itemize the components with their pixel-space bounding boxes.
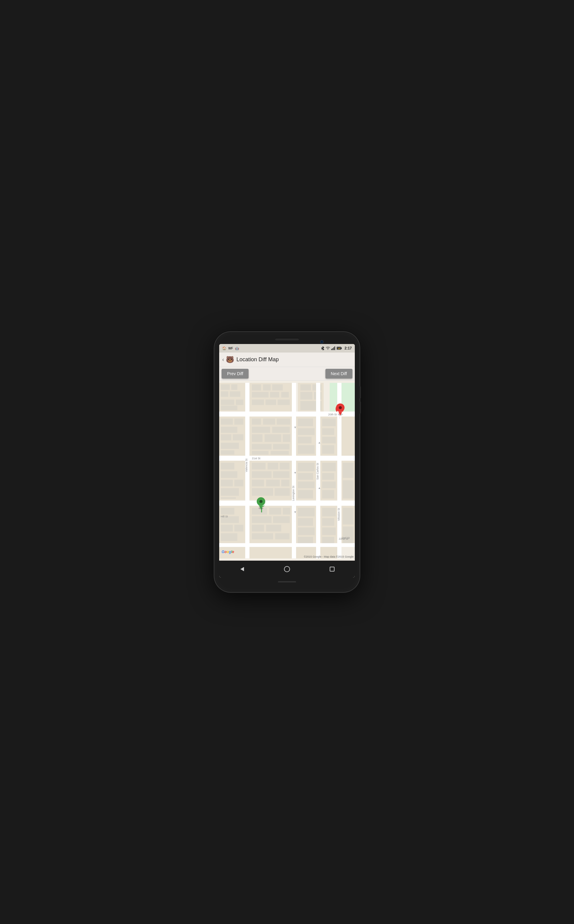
svg-rect-57: [252, 419, 261, 425]
bluetooth-icon: [321, 346, 325, 350]
prev-diff-button[interactable]: Prev Diff: [222, 369, 249, 379]
svg-rect-28: [265, 400, 276, 405]
svg-rect-26: [281, 392, 289, 398]
svg-point-0: [328, 349, 328, 350]
svg-rect-112: [343, 463, 353, 478]
svg-text:▲: ▲: [318, 441, 321, 444]
svg-rect-53: [221, 434, 231, 440]
svg-rect-101: [281, 480, 289, 487]
svg-rect-92: [221, 488, 239, 496]
svg-rect-76: [322, 445, 334, 454]
svg-text:Hill St: Hill St: [221, 515, 228, 518]
svg-rect-71: [298, 437, 312, 443]
svg-rect-96: [280, 463, 289, 470]
svg-rect-51: [234, 419, 243, 425]
svg-rect-132: [252, 525, 264, 531]
svg-rect-30: [300, 385, 311, 391]
svg-rect-141: [322, 518, 334, 526]
svg-rect-64: [283, 434, 290, 442]
svg-rect-97: [252, 471, 271, 478]
svg-rect-137: [298, 518, 313, 526]
svg-rect-128: [269, 508, 281, 515]
svg-rect-21: [252, 385, 261, 391]
svg-rect-107: [298, 490, 313, 499]
wifi-icon: [326, 346, 330, 350]
svg-rect-93: [221, 497, 236, 499]
svg-text:20th St: 20th St: [328, 413, 337, 416]
volume-up-button[interactable]: [360, 387, 361, 398]
svg-rect-67: [252, 451, 268, 455]
svg-rect-4: [334, 346, 335, 350]
svg-text:Lexington St: Lexington St: [292, 486, 295, 501]
svg-rect-142: [322, 528, 336, 535]
svg-point-181: [259, 500, 262, 503]
phone-screen: 🏠 WF 🤖: [219, 344, 355, 578]
back-button[interactable]: [237, 564, 248, 575]
phone-chin: [219, 578, 355, 586]
svg-rect-140: [322, 508, 336, 517]
next-diff-button[interactable]: Next Diff: [325, 369, 352, 379]
svg-text:▼: ▼: [294, 471, 297, 475]
svg-rect-134: [252, 533, 273, 539]
svg-rect-24: [252, 392, 268, 398]
svg-text:Mission St: Mission St: [337, 508, 340, 520]
svg-rect-16: [221, 391, 228, 397]
svg-rect-99: [252, 480, 264, 487]
svg-rect-108: [322, 463, 336, 471]
svg-rect-14: [221, 385, 230, 390]
svg-rect-15: [231, 385, 237, 390]
svg-rect-72: [298, 445, 315, 454]
svg-rect-133: [266, 525, 281, 531]
app-title: Location Diff Map: [237, 357, 279, 363]
svg-rect-109: [322, 473, 334, 480]
svg-rect-6: [341, 347, 342, 349]
svg-rect-122: [221, 508, 234, 515]
svg-rect-23: [272, 385, 283, 391]
svg-rect-104: [298, 463, 315, 471]
phone-device: 🏠 WF 🤖: [214, 332, 360, 592]
map-area[interactable]: 20th St Valencia St Lexington St San Car…: [219, 380, 355, 561]
svg-rect-58: [263, 419, 275, 425]
svg-rect-138: [298, 528, 315, 535]
svg-rect-145: [343, 527, 353, 544]
svg-rect-18: [221, 400, 234, 405]
svg-rect-20: [221, 406, 237, 410]
svg-rect-25: [270, 392, 279, 398]
svg-rect-136: [298, 508, 315, 517]
svg-rect-22: [263, 385, 271, 391]
svg-text:▼: ▼: [294, 511, 297, 514]
svg-rect-61: [272, 427, 290, 433]
svg-rect-2: [332, 348, 333, 350]
home-button[interactable]: [282, 564, 292, 575]
svg-rect-110: [322, 482, 336, 488]
svg-rect-148: [249, 545, 292, 558]
svg-rect-65: [252, 444, 271, 449]
svg-rect-113: [343, 481, 353, 499]
svg-rect-100: [266, 480, 280, 487]
svg-rect-126: [221, 533, 237, 541]
svg-marker-182: [240, 567, 244, 571]
recents-button[interactable]: [326, 564, 337, 575]
svg-point-178: [339, 406, 342, 409]
svg-rect-29: [278, 400, 290, 405]
svg-rect-156: [292, 383, 296, 558]
svg-rect-49: [342, 416, 355, 456]
svg-text:22nd St: 22nd St: [339, 537, 348, 541]
svg-rect-1: [331, 349, 332, 350]
svg-rect-27: [252, 400, 264, 405]
svg-rect-55: [221, 443, 239, 449]
svg-rect-63: [265, 434, 281, 442]
status-bar-left: 🏠 WF 🤖: [222, 346, 321, 350]
svg-rect-69: [298, 419, 313, 426]
svg-rect-125: [234, 525, 243, 531]
back-arrow[interactable]: ‹: [222, 357, 224, 363]
volume-down-button[interactable]: [360, 401, 361, 413]
svg-rect-70: [298, 428, 315, 435]
svg-rect-161: [219, 501, 355, 506]
app-bar: ‹ 🐻 Location Diff Map: [219, 352, 355, 367]
navigation-bar: [219, 561, 355, 578]
svg-rect-130: [252, 517, 271, 523]
android-icon: 🤖: [235, 346, 239, 350]
status-time: 2:17: [345, 346, 352, 350]
home-indicator: [278, 581, 296, 582]
